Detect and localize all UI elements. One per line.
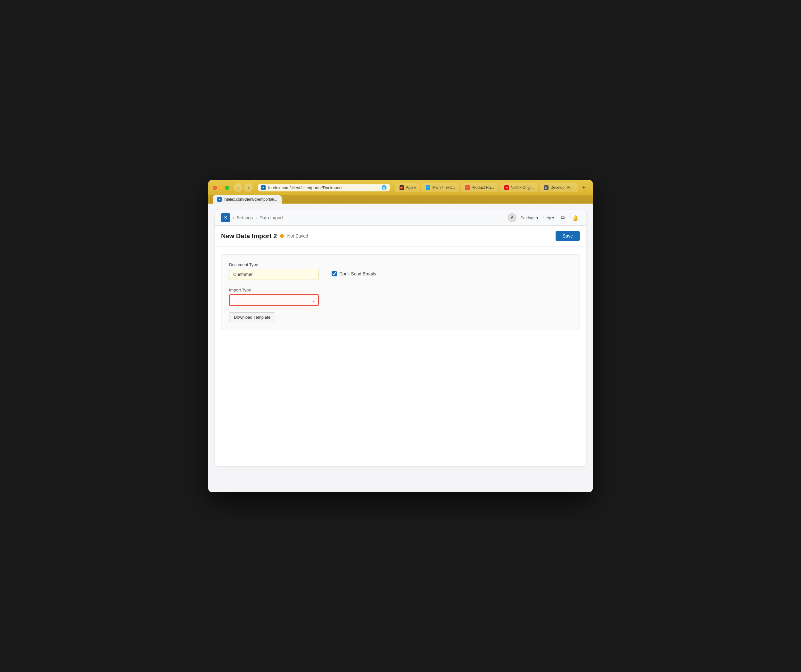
tab-product-label: Product Hu...: [471, 185, 494, 190]
traffic-lights: [213, 185, 229, 190]
window-controls: ‹ ›: [213, 183, 253, 192]
app-logo: X: [221, 213, 230, 222]
settings-chevron-icon: ▾: [536, 216, 539, 220]
address-favicon: X: [261, 185, 265, 190]
netflix-favicon: N: [504, 185, 509, 190]
help-chevron-icon: ▾: [552, 216, 554, 220]
maximize-button[interactable]: [225, 185, 229, 190]
tab-twitter[interactable]: 🐦 Main / Twitt...: [421, 184, 459, 192]
tab-develop-label: Develop. Pr...: [550, 185, 574, 190]
import-type-select-wrapper: ⌄: [229, 294, 319, 306]
forward-button[interactable]: ›: [244, 183, 253, 192]
help-link-label: Help: [542, 216, 551, 220]
form-card: Document Type Don't Send Emails Import T…: [221, 254, 580, 330]
breadcrumb-sep-2: ›: [255, 215, 257, 220]
content-spacer: [215, 338, 586, 466]
copy-icon[interactable]: ⧉: [558, 213, 567, 222]
tab-apple[interactable]: 🍎 Apple: [395, 184, 420, 192]
form-row-2: Import Type ⌄: [229, 288, 572, 306]
address-bar[interactable]: X Intelex.com/client/clientportal/Docimp…: [258, 184, 390, 192]
browser-content: X › Settings › Data Import A Settings ▾ …: [208, 204, 593, 492]
minimize-button[interactable]: [219, 185, 223, 190]
address-text: Intelex.com/client/clientportal/Docimpor…: [268, 185, 379, 190]
form-area: Document Type Don't Send Emails Import T…: [215, 247, 586, 338]
apple-favicon: 🍎: [399, 185, 404, 190]
globe-icon: 🌐: [381, 185, 387, 190]
breadcrumb: X › Settings › Data Import: [221, 213, 283, 222]
import-type-select[interactable]: [229, 294, 319, 306]
intelex-tab-favicon: X: [217, 197, 222, 201]
page-title: New Data Import 2: [221, 232, 277, 240]
tab-intelex-label: Intelex.com/client/clientportal/...: [224, 197, 277, 201]
download-template-button[interactable]: Download Template: [229, 312, 275, 322]
new-tab-button[interactable]: +: [579, 183, 588, 192]
nav-right: A Settings ▾ Help ▾ ⧉ 🔔: [508, 213, 580, 222]
dont-send-emails-checkbox[interactable]: [331, 271, 337, 276]
breadcrumb-settings[interactable]: Settings: [237, 215, 253, 220]
status-text: Not Saved: [287, 234, 308, 239]
nav-buttons: ‹ ›: [233, 183, 253, 192]
settings-link-label: Settings: [520, 216, 536, 220]
tab-bar-items: 🍎 Apple 🐦 Main / Twitt... P Product Hu..…: [395, 183, 588, 192]
tab-netflix[interactable]: N Netflix Origi...: [500, 184, 538, 192]
breadcrumb-sep-1: ›: [233, 215, 234, 220]
back-button[interactable]: ‹: [233, 183, 243, 192]
download-template-group: Download Template: [229, 311, 572, 322]
import-type-label: Import Type: [229, 288, 319, 292]
import-type-group: Import Type ⌄: [229, 288, 319, 306]
page-title-group: New Data Import 2 Not Saved: [221, 232, 308, 240]
bell-icon[interactable]: 🔔: [571, 213, 580, 222]
develop-favicon: D: [544, 185, 548, 190]
dont-send-emails-group: Don't Send Emails: [331, 262, 376, 276]
tab-intelex[interactable]: X Intelex.com/client/clientportal/...: [213, 195, 281, 204]
dont-send-emails-label[interactable]: Don't Send Emails: [339, 271, 376, 276]
page-header: New Data Import 2 Not Saved Save: [215, 226, 586, 247]
app-nav: X › Settings › Data Import A Settings ▾ …: [215, 210, 586, 226]
tab-develop[interactable]: D Develop. Pr...: [540, 184, 578, 192]
tab-apple-label: Apple: [406, 185, 416, 190]
status-dot: [280, 234, 284, 238]
tab-twitter-label: Main / Twitt...: [432, 185, 455, 190]
tab-product[interactable]: P Product Hu...: [461, 184, 499, 192]
mac-window: ‹ › X Intelex.com/client/clientportal/Do…: [208, 180, 593, 492]
twitter-favicon: 🐦: [426, 185, 430, 190]
avatar: A: [508, 213, 516, 222]
tab-netflix-label: Netflix Origi...: [511, 185, 534, 190]
app-container: X › Settings › Data Import A Settings ▾ …: [215, 210, 586, 466]
title-bar: ‹ › X Intelex.com/client/clientportal/Do…: [208, 180, 593, 195]
breadcrumb-data-import[interactable]: Data Import: [259, 215, 283, 220]
tabs-bar: X Intelex.com/client/clientportal/...: [208, 195, 593, 204]
browser-chrome: ‹ › X Intelex.com/client/clientportal/Do…: [208, 180, 593, 204]
save-button[interactable]: Save: [556, 231, 580, 241]
help-link[interactable]: Help ▾: [542, 216, 554, 220]
form-row-1: Document Type Don't Send Emails: [229, 262, 572, 280]
settings-link[interactable]: Settings ▾: [520, 216, 539, 220]
document-type-label: Document Type: [229, 262, 319, 267]
document-type-input[interactable]: [229, 269, 319, 280]
document-type-group: Document Type: [229, 262, 319, 280]
close-button[interactable]: [213, 185, 217, 190]
product-favicon: P: [465, 185, 470, 190]
